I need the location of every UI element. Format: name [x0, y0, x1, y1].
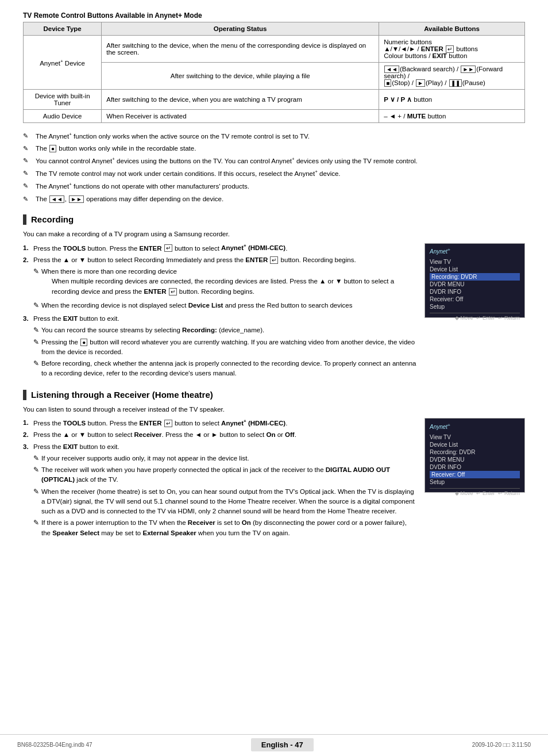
screen-footer-recording: ◆ Move ↵ Enter ↩ Return [430, 313, 520, 321]
note-4: ✎ The TV remote control may not work und… [23, 168, 525, 179]
screen-move-rec: ◆ Move [455, 315, 473, 321]
screen-item-receiver-lst: Receiver: Off [430, 471, 520, 478]
page-footer: BN68-02325B-04Eng.indb 47 English - 47 2… [0, 734, 548, 756]
device-tuner: Device with built-in Tuner [24, 90, 102, 110]
note-text-2: The ● button works only while in the rec… [36, 144, 196, 153]
section-bar-listening [23, 390, 26, 400]
screen-logo-recording: Anynet+ [430, 247, 520, 255]
note-text-6: The ◄◄, ►► operations may differ dependi… [36, 194, 223, 204]
note-6: ✎ The ◄◄, ►► operations may differ depen… [23, 194, 525, 204]
listening-step3-notes: ✎ If your receiver supports audio only, … [33, 454, 416, 538]
step2-note-2: ✎ When the recording device is not displ… [33, 301, 416, 310]
screen-item-dvdrinfo-rec: DVDR INFO [430, 288, 520, 296]
footer-left: BN68-02325B-04Eng.indb 47 [17, 742, 92, 748]
recording-intro: You can make a recording of a TV program… [23, 229, 525, 240]
screen-item-devicelist-lst: Device List [430, 441, 520, 448]
step2-sub-notes: ✎ When there is more than one recording … [33, 267, 416, 310]
screen-item-viewtv-lst: View TV [430, 433, 520, 441]
table-row: Anynet+ Device After switching to the de… [24, 36, 525, 63]
buttons-audio: – ◄ + / MUTE button [379, 110, 525, 123]
note-3: ✎ You cannot control Anynet+ devices usi… [23, 156, 525, 166]
status-audio: When Receiver is activated [102, 110, 379, 123]
listening-step-2: 2. Press the ▲ or ▼ button to select Rec… [23, 430, 416, 440]
recording-list: 1. Press the TOOLS button. Press the ENT… [23, 243, 416, 381]
device-anynet: Anynet+ Device [24, 36, 102, 90]
screen-footer-listening: ◆ Move ↵ Enter ↩ Return [430, 488, 520, 496]
sub-note-icon: ✎ [33, 267, 39, 299]
step3-notes: ✎ You can record the source streams by s… [33, 325, 416, 378]
status-tuner: After switching to the device, when you … [102, 90, 379, 110]
screen-return-lst: ↩ Return [498, 490, 520, 496]
col-header-device: Device Type [24, 22, 102, 36]
screen-item-dvdrmenu-lst: DVDR MENU [430, 456, 520, 463]
note-2: ✎ The ● button works only while in the r… [23, 144, 525, 153]
screen-return-rec: ↩ Return [498, 315, 520, 321]
footer-page-number: English - 47 [251, 738, 314, 751]
status-anynet-1: After switching to the device, when the … [102, 36, 379, 63]
listening-content: 1. Press the TOOLS button. Press the ENT… [23, 418, 525, 543]
buttons-anynet-1: Numeric buttons ▲/▼/◄/► / ENTER ↵ button… [379, 36, 525, 63]
sub-note-icon-2: ✎ [33, 301, 39, 310]
recording-content: 1. Press the TOOLS button. Press the ENT… [23, 243, 525, 384]
table-notes: ✎ The Anynet+ function only works when t… [23, 131, 525, 204]
listening-step-1: 1. Press the TOOLS button. Press the ENT… [23, 418, 416, 428]
screen-item-recording-rec: Recording: DVDR [430, 273, 520, 281]
note-icon-3: ✎ [23, 156, 33, 166]
col-header-buttons: Available Buttons [379, 22, 525, 36]
note-icon-6: ✎ [23, 194, 33, 204]
screen-item-setup-rec: Setup [430, 303, 520, 310]
buttons-anynet-2: ◄◄(Backward search) / ►►(Forward search)… [379, 63, 525, 90]
status-anynet-2: After switching to the device, while pla… [102, 63, 379, 90]
listening-step-3: 3. Press the EXIT button to exit. ✎ If y… [23, 442, 416, 540]
listening-steps: 1. Press the TOOLS button. Press the ENT… [23, 418, 416, 543]
screen-item-dvdrinfo-lst: DVDR INFO [430, 463, 520, 471]
section-bar-recording [23, 214, 26, 225]
recording-step-1: 1. Press the TOOLS button. Press the ENT… [23, 243, 416, 254]
note-text-3: You cannot control Anynet+ devices using… [36, 156, 418, 166]
screen-enter-rec: ↵ Enter [476, 315, 495, 321]
page-content: TV Remote Control Buttons Available in A… [23, 11, 525, 543]
listening-intro: You can listen to sound through a receiv… [23, 405, 525, 415]
listening-heading: Listening through a Receiver (Home theat… [23, 390, 525, 400]
screen-item-viewtv-rec: View TV [430, 258, 520, 266]
note-5: ✎ The Anynet+ functions do not operate w… [23, 181, 525, 191]
recording-steps: 1. Press the TOOLS button. Press the ENT… [23, 243, 416, 384]
note-text-4: The TV remote control may not work under… [36, 168, 341, 179]
screen-item-recording-lst: Recording: DVDR [430, 448, 520, 456]
screen-logo-listening: Anynet+ [430, 422, 520, 429]
note-icon-1: ✎ [23, 131, 33, 141]
step2-note-1: ✎ When there is more than one recording … [33, 267, 416, 299]
recording-heading: Recording [23, 214, 525, 225]
col-header-status: Operating Status [102, 22, 379, 36]
screen-item-setup-lst: Setup [430, 478, 520, 486]
screen-item-receiver-rec: Receiver: Off [430, 296, 520, 303]
note-icon-5: ✎ [23, 181, 33, 191]
recording-step-2: 2. Press the ▲ or ▼ button to select Rec… [23, 255, 416, 312]
buttons-tuner: P ∨ / P ∧ button [379, 90, 525, 110]
device-audio: Audio Device [24, 110, 102, 123]
note-1: ✎ The Anynet+ function only works when t… [23, 131, 525, 141]
table-caption: TV Remote Control Buttons Available in A… [23, 11, 525, 22]
listening-list: 1. Press the TOOLS button. Press the ENT… [23, 418, 416, 540]
note-icon-4: ✎ [23, 168, 33, 178]
anynet-table: TV Remote Control Buttons Available in A… [23, 11, 525, 123]
note-icon-2: ✎ [23, 144, 33, 153]
screen-item-devicelist-rec: Device List [430, 266, 520, 273]
screen-item-dvdrmenu-rec: DVDR MENU [430, 281, 520, 288]
screen-move-lst: ◆ Move [455, 490, 473, 496]
recording-step-3: 3. Press the EXIT button to exit. ✎ You … [23, 314, 416, 381]
listening-title: Listening through a Receiver (Home theat… [31, 390, 213, 400]
table-row: Audio Device When Receiver is activated … [24, 110, 525, 123]
listening-screen: Anynet+ View TV Device List Recording: D… [424, 418, 525, 493]
note-text-5: The Anynet+ functions do not operate wit… [36, 181, 249, 191]
recording-screen: Anynet+ View TV Device List Recording: D… [424, 243, 525, 318]
screen-enter-lst: ↵ Enter [476, 490, 495, 496]
note-text-1: The Anynet+ function only works when the… [36, 131, 310, 141]
table-row: Device with built-in Tuner After switchi… [24, 90, 525, 110]
footer-right: 2009-10-20 □□ 3:11:50 [472, 742, 531, 748]
recording-title: Recording [31, 214, 74, 224]
